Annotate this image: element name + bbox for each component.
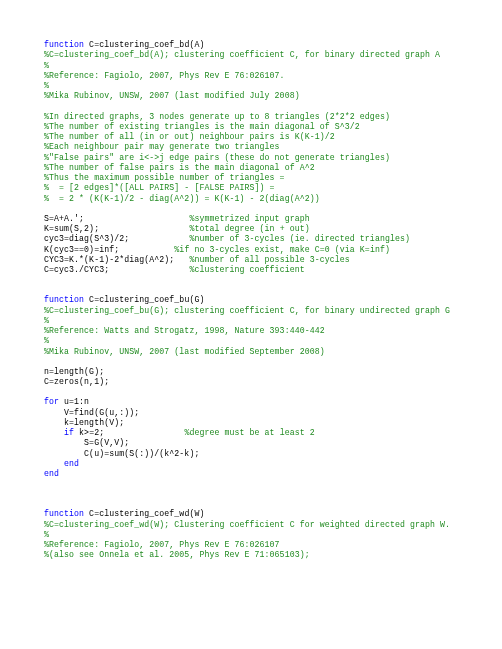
keyword-end: end [44,459,468,469]
comment-line: %Reference: Fagiolo, 2007, Phys Rev E 76… [44,540,468,550]
blank-line [44,499,468,509]
code-text: K(cyc3==0)=inf; [44,245,174,254]
code-line: C=zeros(n,1); [44,377,468,387]
blank-line [44,489,468,499]
comment-line: %In directed graphs, 3 nodes generate up… [44,112,468,122]
comment-line: %The number of existing triangles is the… [44,122,468,132]
comment-line: %The number of all (in or out) neighbour… [44,132,468,142]
comment-text: %symmetrized input graph [189,214,309,223]
comment-line: % [44,81,468,91]
blank-line [44,479,468,489]
comment-line: %C=clustering_coef_bd(A); clustering coe… [44,50,468,60]
code-line: if k>=2; %degree must be at least 2 [44,428,468,438]
comment-line: %C=clustering_coef_bu(G); clustering coe… [44,306,468,316]
code-line: S=G(V,V); [44,438,468,448]
code-line: cyc3=diag(S^3)/2; %number of 3-cycles (i… [44,234,468,244]
keyword-function: function [44,509,84,518]
code-line: K=sum(S,2); %total degree (in + out) [44,224,468,234]
comment-line: %Mika Rubinov, UNSW, 2007 (last modified… [44,91,468,101]
blank-line [44,357,468,367]
comment-line: %C=clustering_coef_wd(W); Clustering coe… [44,520,468,530]
keyword-function: function [44,40,84,49]
code-line: for u=1:n [44,397,468,407]
blank-line [44,102,468,112]
comment-line: % [44,530,468,540]
keyword-for: for [44,397,59,406]
blank-line [44,387,468,397]
comment-text: %total degree (in + out) [189,224,309,233]
code-line: function C=clustering_coef_bd(A) [44,40,468,50]
comment-text: %if no 3-cycles exist, make C=0 (via K=i… [174,245,390,254]
signature-text: C=clustering_coef_bu(G) [84,295,204,304]
code-line: function C=clustering_coef_wd(W) [44,509,468,519]
comment-text: %number of 3-cycles (ie. directed triang… [189,234,410,243]
code-text: cyc3=diag(S^3)/2; [44,234,189,243]
comment-line: %Thus the maximum possible number of tri… [44,173,468,183]
comment-line: %"False pairs" are i<->j edge pairs (the… [44,153,468,163]
for-text: u=1:n [59,397,89,406]
comment-line: % = 2 * (K(K-1)/2 - diag(A^2)) = K(K-1) … [44,194,468,204]
comment-line: % = [2 edges]*([ALL PAIRS] - [FALSE PAIR… [44,183,468,193]
comment-line: %Reference: Fagiolo, 2007, Phys Rev E 76… [44,71,468,81]
code-line: C(u)=sum(S(:))/(k^2-k); [44,449,468,459]
comment-line: %(also see Onnela et al. 2005, Phys Rev … [44,550,468,560]
code-line: V=find(G(u,:)); [44,408,468,418]
signature-text: C=clustering_coef_bd(A) [84,40,204,49]
code-line: K(cyc3==0)=inf; %if no 3-cycles exist, m… [44,245,468,255]
comment-line: %The number of false pairs is the main d… [44,163,468,173]
code-text: CYC3=K.*(K-1)-2*diag(A^2); [44,255,189,264]
code-text: S=A+A.'; [44,214,189,223]
code-line: k=length(V); [44,418,468,428]
if-text: k>=2; [74,428,184,437]
comment-text: %clustering coefficient [189,265,304,274]
comment-line: % [44,336,468,346]
keyword-end: end [44,469,468,479]
keyword-if: if [44,428,74,437]
code-line: CYC3=K.*(K-1)-2*diag(A^2); %number of al… [44,255,468,265]
code-line: function C=clustering_coef_bu(G) [44,295,468,305]
code-line: S=A+A.'; %symmetrized input graph [44,214,468,224]
comment-text: %number of all possible 3-cycles [189,255,349,264]
code-line: n=length(G); [44,367,468,377]
code-line: C=cyc3./CYC3; %clustering coefficient [44,265,468,275]
comment-line: %Each neighbour pair may generate two tr… [44,142,468,152]
comment-line: % [44,61,468,71]
code-text: C=cyc3./CYC3; [44,265,189,274]
blank-line [44,275,468,285]
comment-line: % [44,316,468,326]
signature-text: C=clustering_coef_wd(W) [84,509,204,518]
blank-line [44,204,468,214]
keyword-function: function [44,295,84,304]
comment-text: %degree must be at least 2 [184,428,314,437]
code-text: K=sum(S,2); [44,224,189,233]
blank-line [44,285,468,295]
comment-line: %Reference: Watts and Strogatz, 1998, Na… [44,326,468,336]
comment-line: %Mika Rubinov, UNSW, 2007 (last modified… [44,347,468,357]
